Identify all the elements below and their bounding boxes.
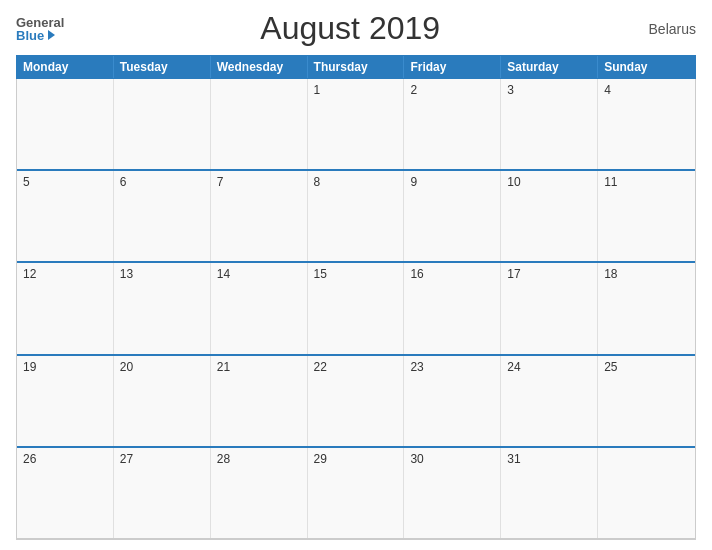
calendar-header: Monday Tuesday Wednesday Thursday Friday… bbox=[16, 55, 696, 79]
country-label: Belarus bbox=[636, 21, 696, 37]
calendar-row-0: 1234 bbox=[17, 79, 695, 171]
weekday-sunday: Sunday bbox=[598, 56, 695, 78]
cal-cell-3-1: 20 bbox=[114, 356, 211, 446]
logo-general-text: General bbox=[16, 16, 64, 29]
calendar-row-4: 262728293031 bbox=[17, 448, 695, 539]
cal-cell-1-0: 5 bbox=[17, 171, 114, 261]
cal-cell-1-5: 10 bbox=[501, 171, 598, 261]
weekday-thursday: Thursday bbox=[308, 56, 405, 78]
day-number: 12 bbox=[23, 267, 107, 281]
cal-cell-2-3: 15 bbox=[308, 263, 405, 353]
day-number: 21 bbox=[217, 360, 301, 374]
weekday-friday: Friday bbox=[404, 56, 501, 78]
cal-cell-2-4: 16 bbox=[404, 263, 501, 353]
day-number: 23 bbox=[410, 360, 494, 374]
cal-cell-1-1: 6 bbox=[114, 171, 211, 261]
day-number: 29 bbox=[314, 452, 398, 466]
cal-cell-4-0: 26 bbox=[17, 448, 114, 538]
weekday-monday: Monday bbox=[17, 56, 114, 78]
cal-cell-0-6: 4 bbox=[598, 79, 695, 169]
weekday-tuesday: Tuesday bbox=[114, 56, 211, 78]
cal-cell-3-5: 24 bbox=[501, 356, 598, 446]
calendar-row-3: 19202122232425 bbox=[17, 356, 695, 448]
day-number: 7 bbox=[217, 175, 301, 189]
day-number: 11 bbox=[604, 175, 689, 189]
day-number: 16 bbox=[410, 267, 494, 281]
day-number: 15 bbox=[314, 267, 398, 281]
cal-cell-1-6: 11 bbox=[598, 171, 695, 261]
day-number: 26 bbox=[23, 452, 107, 466]
cal-cell-2-5: 17 bbox=[501, 263, 598, 353]
cal-cell-2-0: 12 bbox=[17, 263, 114, 353]
calendar-body: 1234567891011121314151617181920212223242… bbox=[16, 79, 696, 540]
calendar: Monday Tuesday Wednesday Thursday Friday… bbox=[16, 55, 696, 540]
cal-cell-0-4: 2 bbox=[404, 79, 501, 169]
cal-cell-0-0 bbox=[17, 79, 114, 169]
cal-cell-4-4: 30 bbox=[404, 448, 501, 538]
cal-cell-4-2: 28 bbox=[211, 448, 308, 538]
header: General Blue August 2019 Belarus bbox=[16, 10, 696, 47]
calendar-row-2: 12131415161718 bbox=[17, 263, 695, 355]
cal-cell-1-2: 7 bbox=[211, 171, 308, 261]
day-number: 5 bbox=[23, 175, 107, 189]
day-number: 4 bbox=[604, 83, 689, 97]
cal-cell-4-5: 31 bbox=[501, 448, 598, 538]
weekday-wednesday: Wednesday bbox=[211, 56, 308, 78]
cal-cell-3-6: 25 bbox=[598, 356, 695, 446]
cal-cell-3-3: 22 bbox=[308, 356, 405, 446]
day-number: 28 bbox=[217, 452, 301, 466]
cal-cell-0-1 bbox=[114, 79, 211, 169]
cal-cell-2-6: 18 bbox=[598, 263, 695, 353]
cal-cell-4-1: 27 bbox=[114, 448, 211, 538]
day-number: 13 bbox=[120, 267, 204, 281]
calendar-page: General Blue August 2019 Belarus Monday … bbox=[0, 0, 712, 550]
day-number: 8 bbox=[314, 175, 398, 189]
cal-cell-0-3: 1 bbox=[308, 79, 405, 169]
cal-cell-0-2 bbox=[211, 79, 308, 169]
calendar-title: August 2019 bbox=[64, 10, 636, 47]
cal-cell-3-4: 23 bbox=[404, 356, 501, 446]
cal-cell-4-3: 29 bbox=[308, 448, 405, 538]
day-number: 14 bbox=[217, 267, 301, 281]
cal-cell-2-1: 13 bbox=[114, 263, 211, 353]
day-number: 2 bbox=[410, 83, 494, 97]
weekday-saturday: Saturday bbox=[501, 56, 598, 78]
day-number: 20 bbox=[120, 360, 204, 374]
day-number: 25 bbox=[604, 360, 689, 374]
day-number: 31 bbox=[507, 452, 591, 466]
logo: General Blue bbox=[16, 16, 64, 42]
day-number: 27 bbox=[120, 452, 204, 466]
cal-cell-0-5: 3 bbox=[501, 79, 598, 169]
cal-cell-1-3: 8 bbox=[308, 171, 405, 261]
day-number: 17 bbox=[507, 267, 591, 281]
cal-cell-2-2: 14 bbox=[211, 263, 308, 353]
day-number: 22 bbox=[314, 360, 398, 374]
day-number: 9 bbox=[410, 175, 494, 189]
cal-cell-3-2: 21 bbox=[211, 356, 308, 446]
logo-triangle-icon bbox=[48, 30, 55, 40]
calendar-row-1: 567891011 bbox=[17, 171, 695, 263]
day-number: 6 bbox=[120, 175, 204, 189]
day-number: 24 bbox=[507, 360, 591, 374]
logo-blue-text: Blue bbox=[16, 29, 44, 42]
logo-blue-row: Blue bbox=[16, 29, 55, 42]
day-number: 10 bbox=[507, 175, 591, 189]
day-number: 30 bbox=[410, 452, 494, 466]
day-number: 3 bbox=[507, 83, 591, 97]
day-number: 19 bbox=[23, 360, 107, 374]
cal-cell-3-0: 19 bbox=[17, 356, 114, 446]
day-number: 1 bbox=[314, 83, 398, 97]
cal-cell-1-4: 9 bbox=[404, 171, 501, 261]
cal-cell-4-6 bbox=[598, 448, 695, 538]
day-number: 18 bbox=[604, 267, 689, 281]
